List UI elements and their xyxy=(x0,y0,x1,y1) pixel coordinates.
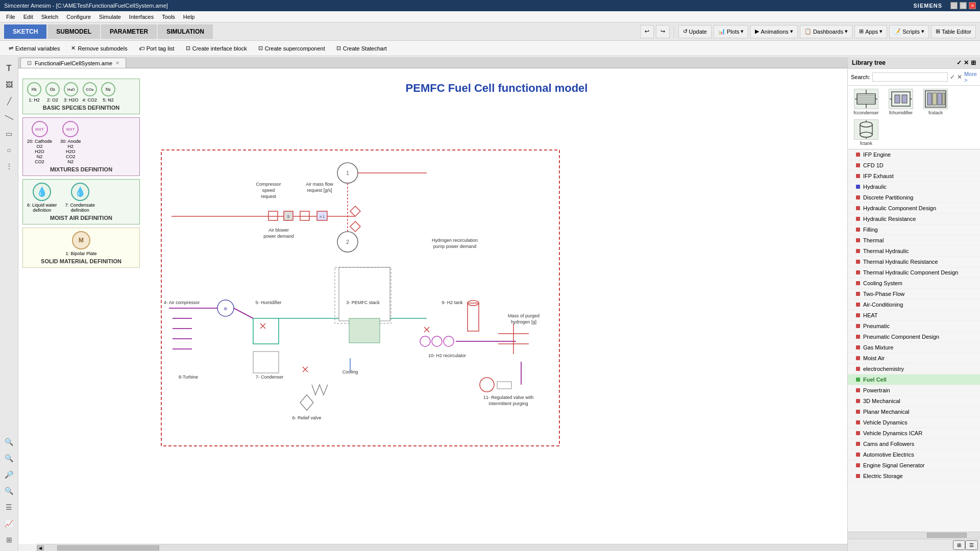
more-button[interactable]: More > xyxy=(964,71,977,83)
search-input[interactable] xyxy=(872,72,948,82)
lib-item-planar-mechanical[interactable]: Planar Mechanical xyxy=(848,407,980,417)
lib-item-powertrain[interactable]: Powertrain xyxy=(848,385,980,396)
search-check-icon[interactable]: ✓ xyxy=(950,73,955,81)
window-controls[interactable]: _ ◻ ✕ xyxy=(950,2,976,9)
h-scroll-thumb[interactable] xyxy=(57,545,159,550)
tab-simulation[interactable]: SIMULATION xyxy=(158,24,213,39)
lib-item-electrochemistry[interactable]: electrochemistry xyxy=(848,364,980,374)
sidebar-image-tool[interactable]: 🖼 xyxy=(2,78,16,92)
menu-edit[interactable]: Edit xyxy=(19,13,37,21)
restore-button[interactable]: ◻ xyxy=(960,2,967,9)
lib-scroll-thumb[interactable] xyxy=(927,533,967,538)
redo-button[interactable]: ↪ xyxy=(656,25,670,38)
sidebar-search3-tool[interactable]: 🔎 xyxy=(2,467,16,482)
lib-item-engine-signal-generator[interactable]: Engine Signal Generator xyxy=(848,460,980,471)
sidebar-graph-tool[interactable]: 📈 xyxy=(2,516,16,531)
lib-item-cfd1d[interactable]: CFD 1D xyxy=(848,160,980,171)
dashboards-button[interactable]: 📋 Dashboards ▾ xyxy=(800,25,852,38)
sidebar-ellipse-tool[interactable]: ○ xyxy=(2,143,16,157)
lib-item-pneumatic-component-design[interactable]: Pneumatic Component Design xyxy=(848,332,980,342)
plots-button[interactable]: 📊 Plots ▾ xyxy=(714,25,748,38)
lib-item-filling[interactable]: Filling xyxy=(848,224,980,235)
create-supercomponent-button[interactable]: ⊡ Create supercomponent xyxy=(254,43,330,54)
port-tag-list-button[interactable]: 🏷 Port tag list xyxy=(134,43,179,54)
comp-fctank[interactable]: fctank xyxy=(851,119,881,146)
sidebar-list-tool[interactable]: ☰ xyxy=(2,500,16,514)
lib-item-ifp-exhaust[interactable]: IFP Exhaust xyxy=(848,171,980,182)
table-editor-button[interactable]: ⊞ Table Editor xyxy=(931,25,976,38)
sidebar-line2-tool[interactable]: ╱ xyxy=(2,110,16,124)
lib-item-air-conditioning[interactable]: Air-Conditioning xyxy=(848,299,980,310)
menu-help[interactable]: Help xyxy=(179,13,199,21)
close-button[interactable]: ✕ xyxy=(969,2,976,9)
svg-text:5- Humidifier: 5- Humidifier xyxy=(255,300,281,305)
lib-item-thermal-hydraulic-resistance[interactable]: Thermal Hydraulic Resistance xyxy=(848,257,980,267)
species-h2o: H₂O 3: H2O xyxy=(64,82,79,103)
minimize-button[interactable]: _ xyxy=(950,2,958,9)
lib-scrollbar[interactable] xyxy=(848,532,980,539)
lib-list-view-button[interactable]: ☰ xyxy=(965,540,978,550)
lib-item-electric-storage[interactable]: Electric Storage xyxy=(848,471,980,482)
svg-rect-0 xyxy=(161,150,559,446)
lib-header-expand[interactable]: ⊞ xyxy=(971,59,976,66)
menu-file[interactable]: File xyxy=(2,13,19,21)
tab-parameter[interactable]: PARAMETER xyxy=(101,24,157,39)
sidebar-search-tool[interactable]: 🔍 xyxy=(2,435,16,449)
sidebar-search4-tool[interactable]: 🔍 xyxy=(2,484,16,498)
lib-item-two-phase-flow[interactable]: Two-Phase Flow xyxy=(848,289,980,299)
external-variables-button[interactable]: ⇌ External variables xyxy=(4,43,64,54)
remove-submodels-button[interactable]: ✕ Remove submodels xyxy=(66,43,132,54)
tab-submodel[interactable]: SUBMODEL xyxy=(47,24,100,39)
sidebar-search2-tool[interactable]: 🔍 xyxy=(2,451,16,465)
lib-item-discrete-partitioning[interactable]: Discrete Partitioning xyxy=(848,192,980,203)
file-tab[interactable]: ⊡ FunctionalFuelCellSystem.ame ✕ xyxy=(20,58,126,68)
lib-item-ifp-engine[interactable]: IFP Engine xyxy=(848,149,980,160)
comp-fchumidifier[interactable]: fchumidifier xyxy=(886,89,916,115)
lib-item-vehicle-dynamics-icar[interactable]: Vehicle Dynamics ICAR xyxy=(848,428,980,439)
menu-configure[interactable]: Configure xyxy=(62,13,95,21)
lib-item-cams-and-followers[interactable]: Cams and Followers xyxy=(848,439,980,449)
canvas-area[interactable]: RUNSTATS PEMFC Fuel Cell functional mode… xyxy=(18,68,847,544)
lib-item-thermal-hydraulic[interactable]: Thermal Hydraulic xyxy=(848,246,980,257)
undo-button[interactable]: ↩ xyxy=(640,25,654,38)
update-button[interactable]: ↺ Update xyxy=(678,25,712,38)
apps-button[interactable]: ⊞ Apps ▾ xyxy=(854,25,887,38)
lib-item-vehicle-dynamics[interactable]: Vehicle Dynamics xyxy=(848,417,980,428)
lib-item-heat[interactable]: HEAT xyxy=(848,310,980,321)
tab-sketch[interactable]: SKETCH xyxy=(4,24,46,39)
menu-sketch[interactable]: Sketch xyxy=(37,13,63,21)
lib-item-pneumatic[interactable]: Pneumatic xyxy=(848,321,980,332)
sidebar-text-tool[interactable]: T xyxy=(2,61,16,76)
lib-item-3d-mechanical[interactable]: 3D Mechanical xyxy=(848,396,980,407)
create-statechart-button[interactable]: ⊡ Create Statechart xyxy=(332,43,391,54)
menu-simulate[interactable]: Simulate xyxy=(95,13,125,21)
lib-item-hydraulic[interactable]: Hydraulic xyxy=(848,182,980,192)
menu-interfaces[interactable]: Interfaces xyxy=(125,13,158,21)
sidebar-dots-tool[interactable]: ⋮ xyxy=(2,159,16,173)
lib-item-gas-mixture[interactable]: Gas Mixture xyxy=(848,342,980,353)
lib-item-hydraulic-resistance[interactable]: Hydraulic Resistance xyxy=(848,214,980,224)
file-tab-close[interactable]: ✕ xyxy=(115,60,119,66)
lib-grid-view-button[interactable]: ⊞ xyxy=(953,540,965,550)
lib-item-automotive-electrics[interactable]: Automotive Electrics xyxy=(848,449,980,460)
lib-header-close[interactable]: ✕ xyxy=(964,59,969,66)
create-interface-block-button[interactable]: ⊡ Create interface block xyxy=(181,43,252,54)
lib-item-hydraulic-component-design[interactable]: Hydraulic Component Design xyxy=(848,203,980,214)
horizontal-scrollbar[interactable]: ◀ ▶ xyxy=(37,544,866,551)
sidebar-line-tool[interactable]: ╱ xyxy=(2,94,16,108)
lib-item-thermal[interactable]: Thermal xyxy=(848,235,980,246)
library-list[interactable]: IFP Engine CFD 1D IFP Exhaust Hydraulic … xyxy=(848,149,980,532)
menu-tools[interactable]: Tools xyxy=(158,13,179,21)
sidebar-rect-tool[interactable]: ▭ xyxy=(2,127,16,141)
search-clear-icon[interactable]: ✕ xyxy=(957,73,962,81)
lib-item-moist-air[interactable]: Moist Air xyxy=(848,353,980,364)
lib-item-thermal-hydraulic-component-design[interactable]: Thermal Hydraulic Component Design xyxy=(848,267,980,278)
lib-item-fuel-cell[interactable]: Fuel Cell xyxy=(848,374,980,385)
lib-header-check[interactable]: ✓ xyxy=(957,59,962,66)
sidebar-grid-tool[interactable]: ⊞ xyxy=(2,533,16,547)
comp-fccondenser[interactable]: fccondenser xyxy=(851,89,881,115)
animations-button[interactable]: ▶ Animations ▾ xyxy=(750,25,797,38)
comp-fcstack[interactable]: fcstack xyxy=(920,89,951,115)
lib-item-cooling-system[interactable]: Cooling System xyxy=(848,278,980,289)
scripts-button[interactable]: 📝 Scripts ▾ xyxy=(889,25,929,38)
